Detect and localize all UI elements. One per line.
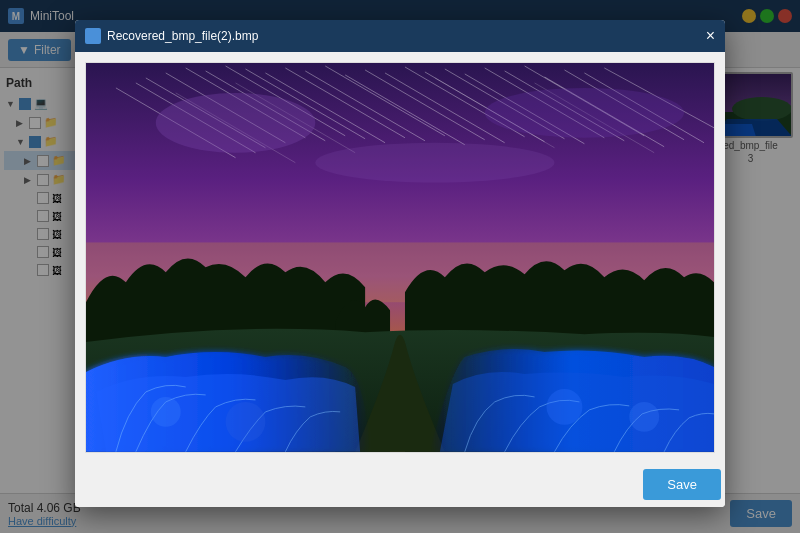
modal-close-button[interactable]: × bbox=[706, 28, 715, 44]
preview-image bbox=[86, 63, 714, 452]
svg-point-41 bbox=[226, 402, 266, 442]
svg-point-43 bbox=[629, 402, 659, 432]
modal-header: Recovered_bmp_file(2).bmp × bbox=[75, 20, 725, 52]
modal-body bbox=[75, 52, 725, 463]
svg-point-37 bbox=[485, 88, 684, 138]
modal-title: Recovered_bmp_file(2).bmp bbox=[107, 29, 706, 43]
modal-icon bbox=[85, 28, 101, 44]
svg-point-40 bbox=[151, 397, 181, 427]
svg-point-42 bbox=[547, 389, 583, 425]
svg-point-36 bbox=[156, 93, 315, 153]
modal-footer: Save bbox=[75, 463, 725, 507]
svg-point-38 bbox=[315, 143, 554, 183]
modal-overlay: Recovered_bmp_file(2).bmp × bbox=[0, 0, 800, 533]
app-window: M MiniTool ▼ Filter Path ▼ 💻 ▶ bbox=[0, 0, 800, 533]
image-container bbox=[85, 62, 715, 453]
modal-save-button[interactable]: Save bbox=[643, 469, 721, 500]
preview-modal: Recovered_bmp_file(2).bmp × bbox=[75, 20, 725, 507]
